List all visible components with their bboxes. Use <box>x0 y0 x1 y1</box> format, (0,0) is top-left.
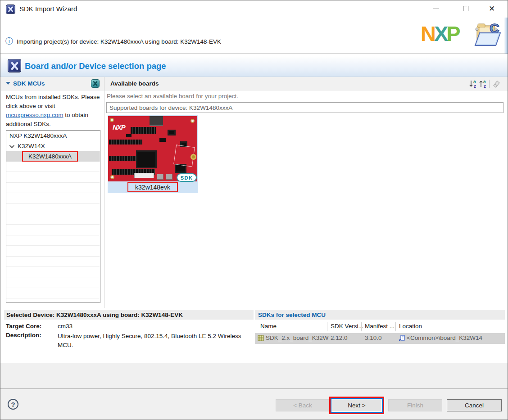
small-chip <box>159 138 166 142</box>
minimize-icon <box>433 9 439 9</box>
nxp-logo: NXP <box>421 23 459 44</box>
mounting-hole <box>110 118 114 122</box>
description-label: Description: <box>6 332 41 339</box>
panel-divider <box>104 77 104 308</box>
small-chip <box>126 134 132 137</box>
annotation-highlight-device: K32W1480xxxA <box>22 151 78 162</box>
pcb-nxp-silkscreen: NXP <box>113 123 125 131</box>
finish-button[interactable]: Finish <box>388 399 442 411</box>
column-separator[interactable] <box>395 322 396 331</box>
column-header-name[interactable]: Name <box>260 323 277 330</box>
column-header-sdk-version[interactable]: SDK Versi... <box>331 323 363 330</box>
mcuxpresso-x-icon <box>6 5 15 14</box>
maximize-button[interactable] <box>455 0 476 17</box>
sdk-version-cell: 2.12.0 <box>331 334 348 341</box>
toolbar-separator <box>489 80 490 88</box>
description-value: Ultra-low power, Highly Secure, 802.15.4… <box>58 332 258 350</box>
content-bottom-spacer <box>0 363 508 388</box>
available-boards-panel-header <box>104 77 508 90</box>
usb-connector <box>150 116 163 126</box>
sdk-package-icon <box>258 335 264 343</box>
sort-ascending-icon[interactable]: a z <box>478 79 488 88</box>
mcu-tree: NXP K32W1480xxxA K32W14X K32W1480xxxA <box>6 130 100 303</box>
label-sticker <box>134 173 154 178</box>
small-chip <box>168 130 176 135</box>
column-header-manifest[interactable]: Manifest ... <box>365 323 395 330</box>
window-edge-shading <box>504 18 508 54</box>
available-boards-title: Available boards <box>110 80 159 87</box>
mounting-hole <box>110 175 114 179</box>
boards-subtitle: Please select an available board for you… <box>107 93 238 99</box>
clear-mcu-filter-icon[interactable] <box>91 79 100 88</box>
help-button[interactable]: ? <box>8 399 18 410</box>
close-button[interactable]: ✕ <box>481 0 502 17</box>
info-icon: ⓘ <box>5 37 13 45</box>
annotation-highlight-next: Next > <box>329 397 384 414</box>
clear-filter-eraser-icon[interactable] <box>491 79 501 88</box>
tree-empty-rows <box>6 162 100 303</box>
push-button <box>166 174 172 180</box>
sdk-mcus-description: MCUs from installed SDKs. Please click a… <box>6 93 103 129</box>
page-title: Board and/or Device selection page <box>25 61 166 71</box>
tree-item-family[interactable]: K32W14X <box>6 141 100 151</box>
title-bar: SDK Import Wizard ✕ <box>0 0 508 18</box>
wizard-x-icon <box>8 59 21 72</box>
location-cell: <Common>\board_K32W14 <box>407 334 505 341</box>
board-photo: NXP <box>108 116 197 181</box>
close-icon: ✕ <box>489 5 495 13</box>
next-button[interactable]: Next > <box>331 398 383 413</box>
column-separator[interactable] <box>361 322 362 331</box>
sma-connector <box>190 154 196 160</box>
c-project-folder-icon: C <box>472 20 506 51</box>
board-filter-input[interactable] <box>106 102 503 113</box>
mcuxpresso-link[interactable]: mcuxpresso.nxp.com <box>6 112 64 118</box>
mcu-chip <box>136 150 157 168</box>
pin-header <box>131 127 156 134</box>
sort-descending-icon[interactable]: a z <box>468 79 478 88</box>
location-type-icon <box>399 335 405 343</box>
manifest-version-cell: 3.10.0 <box>365 334 382 341</box>
sdks-for-mcu-header: SDKs for selected MCU <box>255 310 505 320</box>
sdk-name-cell: SDK_2.x_board_K32W <box>266 334 329 341</box>
tree-item-root[interactable]: NXP K32W1480xxxA <box>6 131 100 141</box>
back-button[interactable]: < Back <box>276 399 330 411</box>
collapse-caret-icon <box>6 82 10 85</box>
column-header-location[interactable]: Location <box>399 323 422 330</box>
sdk-mcus-title[interactable]: SDK MCUs <box>6 80 45 87</box>
pin-header <box>109 140 142 145</box>
mounting-hole <box>190 119 195 123</box>
board-tile-k32w148evk[interactable]: NXP SDK k32w148evk <box>108 115 198 193</box>
banner-message: Importing project(s) for device: K32W148… <box>17 38 221 45</box>
sdk-import-wizard-window: SDK Import Wizard ✕ ⓘ Importing project(… <box>0 0 508 420</box>
target-core-value: cm33 <box>58 323 73 330</box>
selected-device-header: Selected Device: K32W1480xxxA using boar… <box>4 310 254 320</box>
tree-item-device-selected[interactable]: K32W1480xxxA <box>6 151 100 162</box>
window-title: SDK Import Wizard <box>19 5 77 13</box>
target-core-label: Target Core: <box>6 323 41 330</box>
column-separator[interactable] <box>327 322 327 331</box>
annotation-highlight-board: k32w148evk <box>127 182 178 192</box>
board-name-label: k32w148evk <box>135 184 170 191</box>
push-button <box>157 174 163 180</box>
sdk-badge: SDK <box>177 173 197 182</box>
maximize-icon <box>463 6 468 11</box>
svg-text:z: z <box>484 84 486 88</box>
minimize-button[interactable] <box>426 0 446 17</box>
svg-text:z: z <box>474 84 476 88</box>
chevron-down-icon[interactable] <box>9 143 14 148</box>
cancel-button[interactable]: Cancel <box>447 399 502 411</box>
